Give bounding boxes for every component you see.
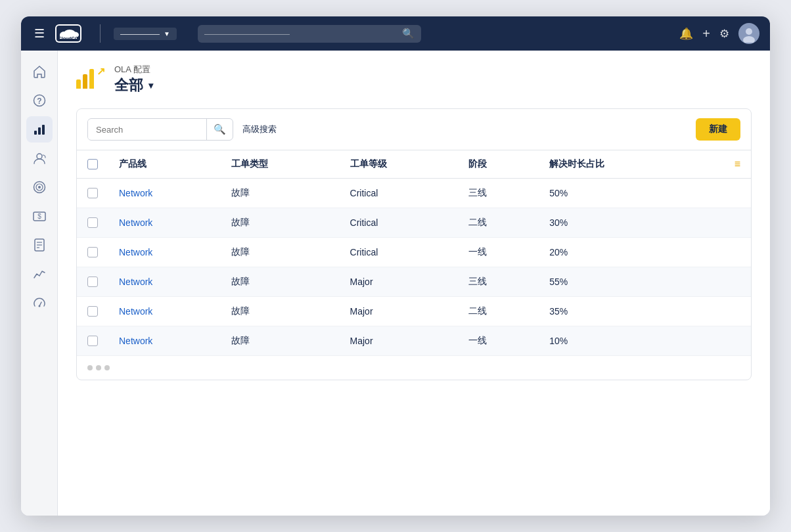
row-product-line[interactable]: Network xyxy=(108,238,221,267)
row-check-cell xyxy=(77,326,108,356)
svg-text:$: $ xyxy=(37,213,41,220)
row-product-line[interactable]: Network xyxy=(108,297,221,326)
sidebar-item-finance[interactable]: $ xyxy=(26,203,53,229)
row-ticket-level: Critical xyxy=(340,238,459,267)
row-product-line[interactable]: Network xyxy=(108,208,221,238)
topnav: ☰ CloudCC —————— ▼ 🔍 🔔 + xyxy=(21,16,770,51)
search-input[interactable] xyxy=(88,120,206,139)
logo: CloudCC xyxy=(55,24,81,43)
table-body: Network 故障 Critical 三线 50% Network 故障 Cr… xyxy=(77,179,751,356)
global-search-bar: 🔍 xyxy=(198,25,421,43)
search-button[interactable]: 🔍 xyxy=(206,119,233,140)
header-resolution-ratio: 解决时长占比 xyxy=(539,150,695,179)
row-stage: 二线 xyxy=(458,208,539,238)
module-selector[interactable]: —————— ▼ xyxy=(114,28,177,40)
row-ticket-type: 故障 xyxy=(221,238,340,267)
row-checkbox[interactable] xyxy=(87,247,98,257)
row-product-line[interactable]: Network xyxy=(108,326,221,356)
header-stage: 阶段 xyxy=(458,150,539,179)
global-search-input[interactable] xyxy=(204,25,397,43)
table-row: Network 故障 Critical 一线 20% xyxy=(77,238,751,267)
header-check-col xyxy=(77,150,108,179)
advanced-search-link[interactable]: 高级搜索 xyxy=(240,120,279,139)
header-columns-icon[interactable]: ≡ xyxy=(695,150,751,179)
page-titles: OLA 配置 全部 ▾ xyxy=(114,64,153,95)
row-ticket-type: 故障 xyxy=(221,326,340,356)
main-layout: ? xyxy=(21,51,770,516)
table-row: Network 故障 Critical 二线 30% xyxy=(77,208,751,238)
search-input-wrap: 🔍 xyxy=(87,118,233,141)
table-card: 🔍 高级搜索 新建 产品线 工单类型 工单等级 xyxy=(76,108,752,380)
row-empty-col xyxy=(695,179,751,208)
table-row: Network 故障 Major 二线 35% xyxy=(77,297,751,326)
sidebar-item-charts[interactable] xyxy=(26,261,53,287)
row-ticket-level: Critical xyxy=(340,179,459,208)
page-header: ↗ OLA 配置 全部 ▾ xyxy=(76,64,752,95)
settings-icon[interactable]: ⚙ xyxy=(719,27,729,41)
svg-rect-12 xyxy=(38,127,41,135)
row-stage: 二线 xyxy=(458,297,539,326)
row-check-cell xyxy=(77,267,108,297)
header-checkbox[interactable] xyxy=(87,159,98,169)
sidebar-item-analytics[interactable] xyxy=(26,116,53,143)
row-check-cell xyxy=(77,208,108,238)
page-title-main: 全部 ▾ xyxy=(114,76,153,95)
svg-rect-11 xyxy=(34,131,37,135)
user-avatar[interactable] xyxy=(738,23,759,44)
global-search-icon: 🔍 xyxy=(402,28,415,39)
pagination-dots xyxy=(77,356,751,380)
sidebar: ? xyxy=(21,51,58,516)
row-product-line[interactable]: Network xyxy=(108,179,221,208)
row-ticket-type: 故障 xyxy=(221,297,340,326)
page-subtitle: OLA 配置 xyxy=(114,64,153,76)
table-header: 产品线 工单类型 工单等级 阶段 解决时长占比 ≡ xyxy=(77,150,751,179)
header-ticket-type: 工单类型 xyxy=(221,150,340,179)
svg-point-25 xyxy=(38,305,40,307)
row-stage: 一线 xyxy=(458,326,539,356)
sidebar-item-contacts[interactable] xyxy=(26,145,53,171)
sidebar-item-reports[interactable] xyxy=(26,232,53,258)
page-title-dropdown[interactable]: ▾ xyxy=(148,80,153,91)
row-check-cell xyxy=(77,179,108,208)
menu-icon[interactable]: ☰ xyxy=(32,24,47,43)
bar-1 xyxy=(76,79,81,89)
row-ticket-type: 故障 xyxy=(221,267,340,297)
topnav-actions: 🔔 + ⚙ xyxy=(679,23,759,44)
row-checkbox[interactable] xyxy=(87,188,98,198)
row-product-line[interactable]: Network xyxy=(108,267,221,297)
add-icon[interactable]: + xyxy=(702,26,710,41)
svg-text:CloudCC: CloudCC xyxy=(58,36,78,41)
row-ticket-type: 故障 xyxy=(221,179,340,208)
table-row: Network 故障 Major 三线 55% xyxy=(77,267,751,297)
app-window: ☰ CloudCC —————— ▼ 🔍 🔔 + xyxy=(21,16,770,516)
sidebar-item-home[interactable] xyxy=(26,58,53,85)
notification-icon[interactable]: 🔔 xyxy=(679,27,693,41)
row-checkbox[interactable] xyxy=(87,277,98,287)
new-button[interactable]: 新建 xyxy=(696,118,740,141)
row-resolution-ratio: 50% xyxy=(539,179,695,208)
page-title-text: 全部 xyxy=(114,76,143,95)
svg-text:?: ? xyxy=(37,97,41,106)
row-ticket-level: Major xyxy=(340,326,459,356)
row-ticket-type: 故障 xyxy=(221,208,340,238)
sidebar-item-speed[interactable] xyxy=(26,290,53,316)
dot-1 xyxy=(87,365,93,370)
svg-point-14 xyxy=(37,154,42,159)
row-empty-col xyxy=(695,326,751,356)
row-checkbox[interactable] xyxy=(87,306,98,317)
svg-rect-13 xyxy=(42,125,45,135)
row-checkbox[interactable] xyxy=(87,217,98,228)
row-checkbox[interactable] xyxy=(87,336,98,346)
dot-2 xyxy=(96,365,101,370)
dot-3 xyxy=(104,365,110,370)
svg-point-17 xyxy=(38,186,41,188)
row-stage: 三线 xyxy=(458,179,539,208)
table-row: Network 故障 Major 一线 10% xyxy=(77,326,751,356)
arrow-up-icon: ↗ xyxy=(97,65,105,78)
row-empty-col xyxy=(695,267,751,297)
sidebar-item-goals[interactable] xyxy=(26,174,53,200)
sidebar-item-help[interactable]: ? xyxy=(26,87,53,114)
row-resolution-ratio: 35% xyxy=(539,297,695,326)
svg-point-7 xyxy=(746,28,752,35)
bar-2 xyxy=(83,74,87,89)
